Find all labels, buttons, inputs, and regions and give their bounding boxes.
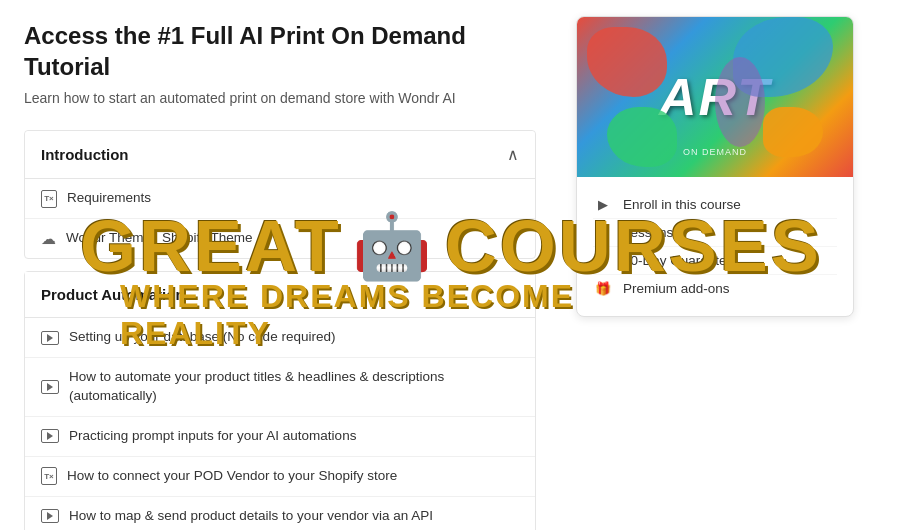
- lesson-text: Wondr Theme | Shopify Theme: [66, 229, 253, 248]
- video-icon: [41, 429, 59, 443]
- page-subtitle: Learn how to start an automated print on…: [24, 90, 536, 106]
- introduction-section: Introduction ∧ T× Requirements ☁ Wondr T…: [24, 130, 536, 259]
- lessons-icon: ≡: [593, 225, 613, 240]
- list-item[interactable]: ☁ Wondr Theme | Shopify Theme: [25, 219, 535, 258]
- list-item[interactable]: T× How to connect your POD Vendor to you…: [25, 457, 535, 497]
- course-card-body: ▶ Enroll in this course ≡ Lessons ↻ 90-D…: [577, 177, 853, 316]
- enroll-label: Enroll in this course: [623, 197, 741, 212]
- product-automation-title: Product Automation: [41, 286, 185, 303]
- video-icon: [41, 509, 59, 523]
- doc-icon: T×: [41, 467, 57, 485]
- list-item[interactable]: T× Requirements: [25, 179, 535, 219]
- product-automation-section: Product Automation Setting up your datab…: [24, 271, 536, 530]
- course-feature-lessons[interactable]: ≡ Lessons: [593, 219, 837, 247]
- doc-icon: T×: [41, 190, 57, 208]
- chevron-up-icon: ∧: [507, 145, 519, 164]
- list-item[interactable]: How to map & send product details to you…: [25, 497, 535, 530]
- lesson-text: Setting up your database (No code requir…: [69, 328, 335, 347]
- course-feature-list: ▶ Enroll in this course ≡ Lessons ↻ 90-D…: [593, 191, 837, 302]
- enroll-icon: ▶: [593, 197, 613, 212]
- course-thumbnail: ART ON DEMAND: [577, 17, 853, 177]
- lessons-label: Lessons: [623, 225, 673, 240]
- guarantee-icon: ↻: [593, 253, 613, 268]
- course-feature-guarantee[interactable]: ↻ 90-Day Guarantee: [593, 247, 837, 275]
- product-automation-body: Setting up your database (No code requir…: [25, 317, 535, 530]
- course-feature-premium[interactable]: 🎁 Premium add-ons: [593, 275, 837, 302]
- video-icon: [41, 331, 59, 345]
- premium-label: Premium add-ons: [623, 281, 730, 296]
- list-item[interactable]: How to automate your product titles & he…: [25, 358, 535, 417]
- introduction-title: Introduction: [41, 146, 128, 163]
- premium-icon: 🎁: [593, 281, 613, 296]
- lesson-text: How to automate your product titles & he…: [69, 368, 519, 406]
- thumbnail-subtitle: ON DEMAND: [683, 147, 747, 157]
- lesson-text: How to map & send product details to you…: [69, 507, 433, 526]
- course-feature-enroll[interactable]: ▶ Enroll in this course: [593, 191, 837, 219]
- lesson-text: How to connect your POD Vendor to your S…: [67, 467, 397, 486]
- page-title: Access the #1 Full AI Print On Demand Tu…: [24, 20, 536, 82]
- lesson-text: Requirements: [67, 189, 151, 208]
- lesson-text: Practicing prompt inputs for your AI aut…: [69, 427, 356, 446]
- list-item[interactable]: Setting up your database (No code requir…: [25, 318, 535, 358]
- guarantee-label: 90-Day Guarantee: [623, 253, 734, 268]
- course-card-panel: ART ON DEMAND ▶ Enroll in this course ≡ …: [560, 0, 870, 530]
- cloud-icon: ☁: [41, 230, 56, 248]
- introduction-header[interactable]: Introduction ∧: [25, 131, 535, 178]
- list-item[interactable]: Practicing prompt inputs for your AI aut…: [25, 417, 535, 457]
- introduction-body: T× Requirements ☁ Wondr Theme | Shopify …: [25, 178, 535, 258]
- course-card: ART ON DEMAND ▶ Enroll in this course ≡ …: [576, 16, 854, 317]
- product-automation-header[interactable]: Product Automation: [25, 272, 535, 317]
- video-icon: [41, 380, 59, 394]
